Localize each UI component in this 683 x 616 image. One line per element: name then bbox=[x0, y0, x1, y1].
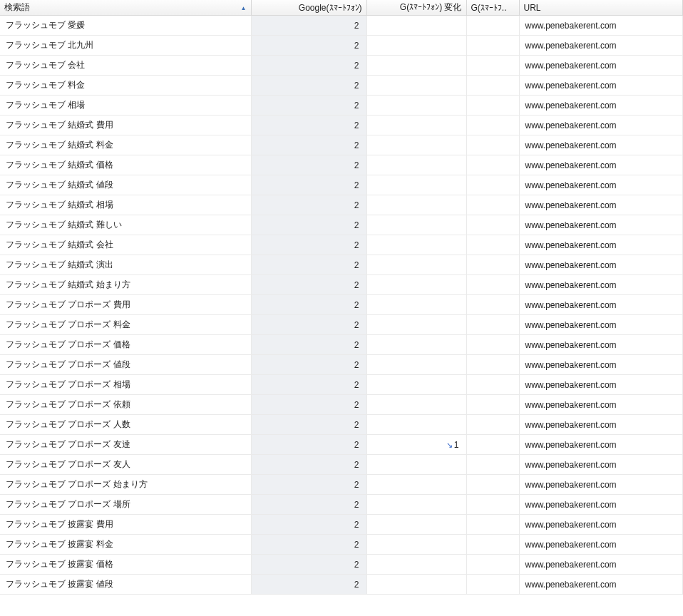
cell-rank: 2 bbox=[251, 275, 366, 295]
table-row[interactable]: フラッシュモブ 結婚式 難しい2www.penebakerent.com bbox=[0, 215, 683, 235]
table-row[interactable]: フラッシュモブ 結婚式 相場2www.penebakerent.com bbox=[0, 195, 683, 215]
cell-rank: 2 bbox=[251, 515, 366, 535]
cell-change2 bbox=[466, 515, 519, 535]
table-row[interactable]: フラッシュモブ プロポーズ 料金2www.penebakerent.com bbox=[0, 315, 683, 335]
cell-url: www.penebakerent.com bbox=[519, 555, 683, 575]
cell-change bbox=[366, 455, 466, 475]
cell-url: www.penebakerent.com bbox=[519, 235, 683, 255]
table-row[interactable]: フラッシュモブ 披露宴 費用2www.penebakerent.com bbox=[0, 515, 683, 535]
cell-change bbox=[366, 175, 466, 195]
cell-change bbox=[366, 475, 466, 495]
cell-rank: 2 bbox=[251, 535, 366, 555]
cell-term: フラッシュモブ プロポーズ 友達 bbox=[0, 435, 251, 455]
cell-rank: 2 bbox=[251, 16, 366, 36]
table-row[interactable]: フラッシュモブ 料金2www.penebakerent.com bbox=[0, 76, 683, 96]
table-row[interactable]: フラッシュモブ プロポーズ 友人2www.penebakerent.com bbox=[0, 455, 683, 475]
col-header-change-label: G(ｽﾏｰﾄﾌｫﾝ) 変化 bbox=[400, 2, 462, 12]
cell-change2 bbox=[466, 76, 519, 96]
cell-term: フラッシュモブ 会社 bbox=[0, 56, 251, 76]
table-row[interactable]: フラッシュモブ 結婚式 始まり方2www.penebakerent.com bbox=[0, 275, 683, 295]
cell-term: フラッシュモブ 料金 bbox=[0, 76, 251, 96]
cell-url: www.penebakerent.com bbox=[519, 575, 683, 595]
cell-rank: 2 bbox=[251, 315, 366, 335]
cell-change bbox=[366, 335, 466, 355]
table-row[interactable]: フラッシュモブ 結婚式 会社2www.penebakerent.com bbox=[0, 235, 683, 255]
table-row[interactable]: フラッシュモブ 披露宴 価格2www.penebakerent.com bbox=[0, 555, 683, 575]
cell-change bbox=[366, 355, 466, 375]
cell-change2 bbox=[466, 435, 519, 455]
table-row[interactable]: フラッシュモブ プロポーズ 費用2www.penebakerent.com bbox=[0, 295, 683, 315]
cell-rank: 2 bbox=[251, 235, 366, 255]
cell-term: フラッシュモブ プロポーズ 値段 bbox=[0, 355, 251, 375]
col-header-url[interactable]: URL bbox=[519, 0, 683, 16]
cell-change2 bbox=[466, 235, 519, 255]
table-row[interactable]: フラッシュモブ プロポーズ 始まり方2www.penebakerent.com bbox=[0, 475, 683, 495]
table-row[interactable]: フラッシュモブ 会社2www.penebakerent.com bbox=[0, 56, 683, 76]
table-row[interactable]: フラッシュモブ 結婚式 料金2www.penebakerent.com bbox=[0, 135, 683, 155]
table-row[interactable]: フラッシュモブ 結婚式 演出2www.penebakerent.com bbox=[0, 255, 683, 275]
cell-rank: 2 bbox=[251, 475, 366, 495]
cell-change2 bbox=[466, 96, 519, 115]
table-row[interactable]: フラッシュモブ プロポーズ 相場2www.penebakerent.com bbox=[0, 375, 683, 395]
col-header-term-label: 検索語 bbox=[4, 2, 30, 12]
table-header-row: 検索語 ▲ Google(ｽﾏｰﾄﾌｫﾝ) G(ｽﾏｰﾄﾌｫﾝ) 変化 G(ｽﾏ… bbox=[0, 0, 683, 16]
cell-change2 bbox=[466, 36, 519, 56]
cell-term: フラッシュモブ プロポーズ 始まり方 bbox=[0, 475, 251, 495]
cell-term: フラッシュモブ 愛媛 bbox=[0, 16, 251, 36]
cell-url: www.penebakerent.com bbox=[519, 415, 683, 435]
cell-rank: 2 bbox=[251, 36, 366, 56]
table-row[interactable]: フラッシュモブ プロポーズ 友達2↘1www.penebakerent.com bbox=[0, 435, 683, 455]
cell-rank: 2 bbox=[251, 195, 366, 215]
table-row[interactable]: フラッシュモブ 相場2www.penebakerent.com bbox=[0, 96, 683, 115]
cell-change: ↘1 bbox=[366, 435, 466, 455]
table-row[interactable]: フラッシュモブ プロポーズ 場所2www.penebakerent.com bbox=[0, 495, 683, 515]
cell-term: フラッシュモブ 結婚式 値段 bbox=[0, 175, 251, 195]
table-row[interactable]: フラッシュモブ プロポーズ 値段2www.penebakerent.com bbox=[0, 355, 683, 375]
cell-term: フラッシュモブ プロポーズ 友人 bbox=[0, 455, 251, 475]
cell-change2 bbox=[466, 175, 519, 195]
cell-change2 bbox=[466, 355, 519, 375]
cell-change bbox=[366, 96, 466, 115]
table-row[interactable]: フラッシュモブ プロポーズ 依頼2www.penebakerent.com bbox=[0, 395, 683, 415]
table-row[interactable]: フラッシュモブ 結婚式 値段2www.penebakerent.com bbox=[0, 175, 683, 195]
cell-term: フラッシュモブ プロポーズ 人数 bbox=[0, 415, 251, 435]
cell-url: www.penebakerent.com bbox=[519, 375, 683, 395]
table-row[interactable]: フラッシュモブ 結婚式 価格2www.penebakerent.com bbox=[0, 155, 683, 175]
table-row[interactable]: フラッシュモブ 北九州2www.penebakerent.com bbox=[0, 36, 683, 56]
cell-rank: 2 bbox=[251, 115, 366, 135]
cell-url: www.penebakerent.com bbox=[519, 115, 683, 135]
cell-rank: 2 bbox=[251, 435, 366, 455]
cell-change bbox=[366, 515, 466, 535]
col-header-change2-label: G(ｽﾏｰﾄﾌ.. bbox=[471, 3, 507, 13]
cell-url: www.penebakerent.com bbox=[519, 255, 683, 275]
cell-url: www.penebakerent.com bbox=[519, 355, 683, 375]
cell-change2 bbox=[466, 315, 519, 335]
cell-rank: 2 bbox=[251, 76, 366, 96]
cell-change2 bbox=[466, 575, 519, 595]
cell-term: フラッシュモブ プロポーズ 相場 bbox=[0, 375, 251, 395]
col-header-change[interactable]: G(ｽﾏｰﾄﾌｫﾝ) 変化 bbox=[366, 0, 466, 16]
cell-rank: 2 bbox=[251, 255, 366, 275]
table-row[interactable]: フラッシュモブ 披露宴 料金2www.penebakerent.com bbox=[0, 535, 683, 555]
cell-change2 bbox=[466, 295, 519, 315]
table-row[interactable]: フラッシュモブ 披露宴 値段2www.penebakerent.com bbox=[0, 575, 683, 595]
table-row[interactable]: フラッシュモブ プロポーズ 人数2www.penebakerent.com bbox=[0, 415, 683, 435]
table-row[interactable]: フラッシュモブ プロポーズ 価格2www.penebakerent.com bbox=[0, 335, 683, 355]
cell-change2 bbox=[466, 195, 519, 215]
cell-change bbox=[366, 575, 466, 595]
cell-term: フラッシュモブ プロポーズ 依頼 bbox=[0, 395, 251, 415]
cell-url: www.penebakerent.com bbox=[519, 275, 683, 295]
table-row[interactable]: フラッシュモブ 愛媛2www.penebakerent.com bbox=[0, 16, 683, 36]
cell-url: www.penebakerent.com bbox=[519, 515, 683, 535]
cell-change bbox=[366, 255, 466, 275]
cell-url: www.penebakerent.com bbox=[519, 495, 683, 515]
col-header-change2[interactable]: G(ｽﾏｰﾄﾌ.. bbox=[466, 0, 519, 16]
table-row[interactable]: フラッシュモブ 結婚式 費用2www.penebakerent.com bbox=[0, 115, 683, 135]
cell-change bbox=[366, 76, 466, 96]
col-header-term[interactable]: 検索語 ▲ bbox=[0, 0, 251, 16]
col-header-google-sp[interactable]: Google(ｽﾏｰﾄﾌｫﾝ) bbox=[251, 0, 366, 16]
sort-asc-icon: ▲ bbox=[241, 4, 247, 11]
cell-url: www.penebakerent.com bbox=[519, 56, 683, 76]
cell-change bbox=[366, 395, 466, 415]
cell-url: www.penebakerent.com bbox=[519, 195, 683, 215]
